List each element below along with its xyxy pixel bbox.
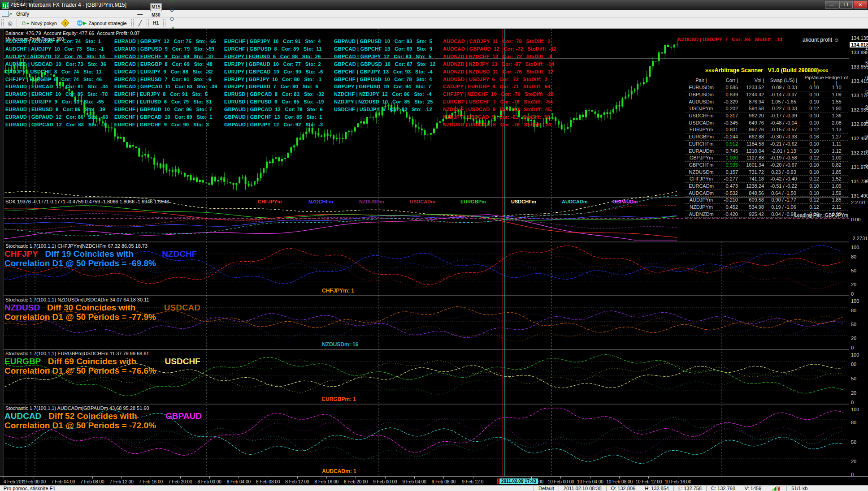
time-tick [414,477,415,478]
alerts-button[interactable]: ! [61,19,70,28]
scanner-header: Corr | [717,78,738,83]
scanner-hedgelot: 1.90 [825,106,848,111]
correlation-row: EURAUD | EURCHF 10 Cor: 85 Sto: -70 [5,91,108,97]
crosshair-tick [497,478,499,484]
scanner-pair: EURCADm [685,183,717,189]
scanner-pipvalue: 0.10 [803,141,825,146]
sok-pair-label: NZDCHFm [308,199,333,204]
sok-scale-label: 2.2731 [851,200,866,205]
scanner-row[interactable]: CHFJPYm-0.277741.18-0.42 / -0.400.121.52 [685,176,848,183]
market-watch-button[interactable]: ↗ [5,10,15,19]
price-scale[interactable]: 134.135133.895133.655133.415133.175132.9… [849,29,868,485]
scanner-row[interactable]: AUDJPYm-0.210609.580.90 / -1.770.121.85 [685,197,848,204]
timeframe-h1[interactable]: H1 [150,19,162,27]
line-chart-button[interactable]: ∿ [167,0,177,5]
timeframe-m15[interactable]: M15 [150,3,162,11]
horizontal-line-button[interactable]: — [135,10,145,19]
oscillator-scale-label: 80 [851,254,856,259]
scanner-swap: -0.22 / -0.33 [764,106,803,111]
correlation-row: EURCAD | EURGBP 8 Cor: 69 Sto: 48 [114,61,213,67]
correlation-row: EURAUD | GBPAUD 12 Cor: 86 Sto: -63 [5,114,108,120]
scanner-vol: 848.56 [738,190,764,196]
scanner-row[interactable]: AUDCADm-0.532848.560.64 / -1.500.101.59 [685,190,848,197]
scanner-row[interactable]: GBPCHFm0.9351601.34-0.20 / -0.670.100.82 [685,162,848,169]
scanner-row[interactable]: AUDUSDm-0.329876.941.05 / -1.650.101.55 [685,98,848,105]
time-tick-label: 9 Feb 08:00 [432,479,456,484]
time-tick [209,477,210,478]
scanner-row[interactable]: EURCHFm0.9121184.58-0.21 / -0.620.101.11 [685,141,848,148]
timeframe-m30[interactable]: M30 [150,11,162,19]
scanner-corr: 0.157 [717,169,738,175]
correlation-row: AUDCAD | CADJPY 11 Cor: -78 StoDiff: 2 [443,39,551,44]
toolbar-grip[interactable] [163,19,165,27]
edge-partial-label: 40 [865,179,868,184]
scanner-pipvalue: 0.10 [803,169,825,175]
scanner-row[interactable]: USDCADm-0.345649.76-0.48 / -0.040.102.08 [685,119,848,126]
scanner-pipvalue: 0.12 [803,204,825,210]
correlation-row: EURCAD | EURCHF 9 Cor: 69 Sto: -37 [114,54,214,59]
scanner-pipvalue: 0.12 [803,197,825,202]
autotrading-button[interactable]: 🌐▶ Zapnout strategie [74,19,130,28]
scanner-row[interactable]: EURJPYm0.801997.76-0.15 / -0.570.121.13 [685,126,848,134]
toolbar-grip[interactable] [131,19,134,27]
scanner-row[interactable]: GBPJPYm1.0001127.88-0.19 / -0.580.121.00 [685,155,848,162]
status-profile[interactable]: Default [534,486,559,491]
trendline-button[interactable]: ╱ [135,19,145,28]
correlation-row: EURAUD | GBPJPY 12 Cor: 75 Sto: -66 [114,39,216,44]
scanner-row[interactable]: EURCADm0.4731238.24-0.51 / -0.220.101.09 [685,183,848,190]
scanner-swap: -0.30 / -0.33 [764,134,803,139]
scanner-vol: 731.72 [738,169,764,175]
scanner-pipvalue: 0.12 [803,176,825,181]
time-tick [356,477,356,478]
correlation-row: EURCHF | EURUSD 6 Cor: 79 Sto: 31 [114,99,212,104]
toolbar-grip[interactable] [1,19,4,27]
menu-pohled[interactable]: Pohled [12,0,43,4]
time-tick-label: 7 Feb 00:00 [22,479,46,484]
correlation-row: AUDCAD | GBPAUD 12 Cor: -72 StoDiff: -12 [443,46,556,52]
edge-partial-label: 13 [865,46,868,51]
scanner-row[interactable]: EURGBPm-0.244662.88-0.30 / -0.330.161.27 [685,134,848,141]
vertical-line-button[interactable]: | [135,1,145,10]
time-tick [385,477,386,478]
scanner-vol: 1233.52 [738,85,764,90]
minimize-button[interactable]: — [825,1,838,9]
correlation-row: USDCHF | USDJPY 6 Cor: 82 Sto: -12 [334,107,432,112]
scanner-row[interactable]: USDCHFm0.317962.20-0.17 / -0.390.101.36 [685,112,848,120]
scanner-pipvalue: 0.12 [803,155,825,160]
scanner-row[interactable]: EURUSDm0.5851233.52-0.09 / -0.330.101.10 [685,84,848,91]
correlation-row: CADJPY | USDCHF 8 Cor: 74 Sto: 11 [5,69,102,74]
close-button[interactable]: ✕ [854,1,867,9]
scanner-row[interactable]: EURAUDm0.7451210.04-2.01 / 1.130.101.12 [685,147,848,155]
scanner-hedgelot: 1.09 [825,183,848,189]
status-close: C: 132.760 [706,486,740,491]
time-axis[interactable]: 4 Feb 20117 Feb 00:007 Feb 04:007 Feb 08… [0,476,868,485]
scanner-pair: GBPJPYm [685,155,717,160]
menu-vložit[interactable]: Vložit [12,4,43,11]
scanner-row[interactable]: GBPUSDm0.8391244.42-0.14 / -0.370.101.09 [685,91,848,99]
menu-grafy[interactable]: Grafy [12,11,43,17]
chart-area[interactable]: Balance: 476.79 Account Equity: 477.66 A… [0,29,868,485]
scanner-title: »»»Arbitrage Scanner V1.0 (Build 290808)… [685,67,848,73]
stochastic-pane-header: Stochastic 1.7(100,1,1) NZDUSDm|USDCADm … [5,297,149,302]
scanner-pair: EURAUDm [685,148,717,154]
oscillator-scale-label: 50 [851,322,856,327]
scanner-pair: USDJPYm [685,106,717,111]
scanner-row[interactable]: USDJPYm0.202594.58-0.22 / -0.330.121.90 [685,105,848,112]
scanner-row[interactable]: NZDJPYm0.452534.980.19 / -1.060.122.11 [685,204,848,211]
title-bar[interactable]: 48544: Interbank FX Trader 4 - [GBPJPYm,… [0,0,868,10]
scanner-swap: 0.64 / -1.50 [764,190,803,196]
scanner-row[interactable]: NZDUSDm0.157731.720.23 / -0.930.101.85 [685,168,848,176]
correlation-row: GBPCAD | GBPCHF 13 Cor: 69 Sto: 9 [334,46,432,52]
zoom-in-button[interactable]: ⊕ [167,5,177,14]
profiles-button[interactable]: ▤▾ [5,1,15,10]
navigator-button[interactable]: ◎ [5,19,15,28]
maximize-button[interactable]: ❐ [839,1,853,9]
toolbar-grip[interactable] [147,19,149,27]
scanner-pair: EURCHFm [685,141,717,146]
scanner-corr: -0.345 [717,120,738,125]
correlation-row: EURAUD | EURJPY 9 Cor: 93 Sto: -65 [5,99,104,104]
autotrading-icon: 🌐▶ [77,20,87,26]
scanner-vol: 962.20 [738,113,764,118]
new-order-button[interactable]: 🗋+ Nový pokyn [19,19,60,28]
zoom-out-button[interactable]: ⊖ [167,14,177,23]
